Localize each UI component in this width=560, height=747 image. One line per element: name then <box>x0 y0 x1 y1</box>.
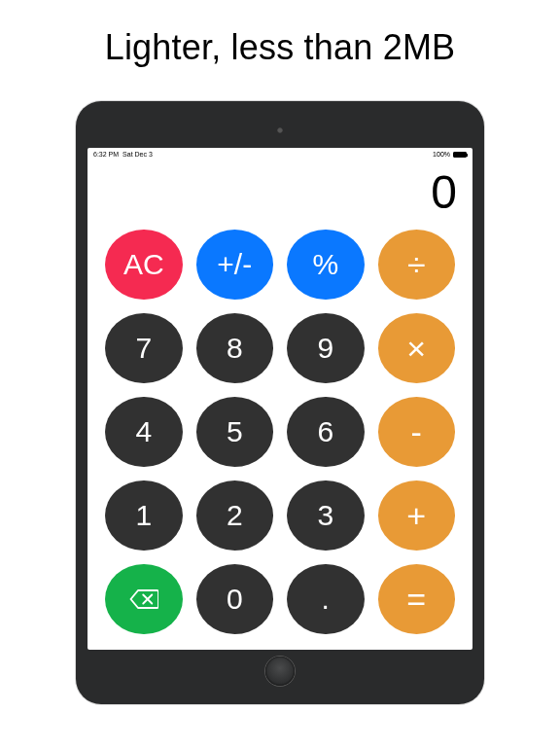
digit-8-button[interactable]: 8 <box>196 313 274 383</box>
digit-6-button[interactable]: 6 <box>287 397 365 467</box>
status-date: Sat Dec 3 <box>122 151 153 158</box>
sign-button[interactable]: +/- <box>196 230 274 300</box>
front-camera-icon <box>277 127 283 133</box>
home-button[interactable] <box>265 657 295 686</box>
digit-5-button[interactable]: 5 <box>196 397 274 467</box>
minus-button[interactable]: - <box>378 397 456 467</box>
backspace-icon <box>129 588 158 610</box>
divide-button[interactable]: ÷ <box>378 230 456 300</box>
digit-9-button[interactable]: 9 <box>287 313 365 383</box>
ac-button[interactable]: AC <box>105 230 183 300</box>
digit-2-button[interactable]: 2 <box>196 480 274 551</box>
backspace-button[interactable] <box>105 564 183 634</box>
decimal-button[interactable]: . <box>287 564 365 634</box>
calculator-display: 0 <box>88 161 472 218</box>
digit-3-button[interactable]: 3 <box>287 480 365 551</box>
bezel-bottom <box>88 650 472 693</box>
calculator-keypad: AC +/- % ÷ 7 8 9 × 4 5 6 - 1 2 3 + <box>88 218 472 651</box>
digit-1-button[interactable]: 1 <box>105 480 183 551</box>
tablet-device-frame: 6:32 PM Sat Dec 3 100% 0 AC +/- % ÷ 7 8 … <box>76 101 484 704</box>
equals-button[interactable]: = <box>378 564 456 634</box>
digit-7-button[interactable]: 7 <box>105 313 183 383</box>
percent-button[interactable]: % <box>287 230 365 300</box>
display-value: 0 <box>431 169 457 216</box>
promo-headline: Lighter, less than 2MB <box>105 27 456 68</box>
plus-button[interactable]: + <box>378 480 456 551</box>
status-time: 6:32 PM <box>93 151 119 158</box>
battery-icon <box>453 152 467 158</box>
status-battery-text: 100% <box>433 151 450 158</box>
digit-0-button[interactable]: 0 <box>196 564 274 634</box>
multiply-button[interactable]: × <box>378 313 456 383</box>
digit-4-button[interactable]: 4 <box>105 397 183 467</box>
bezel-top <box>88 113 472 148</box>
status-bar: 6:32 PM Sat Dec 3 100% <box>88 148 472 161</box>
device-screen: 6:32 PM Sat Dec 3 100% 0 AC +/- % ÷ 7 8 … <box>88 148 472 651</box>
